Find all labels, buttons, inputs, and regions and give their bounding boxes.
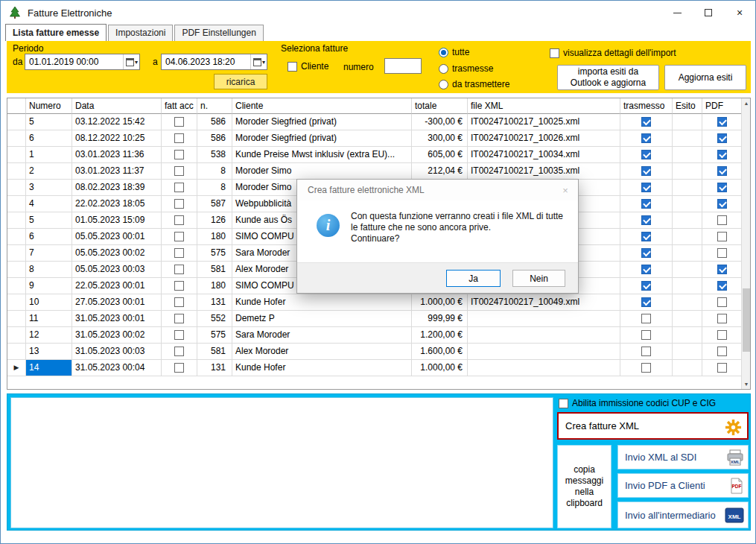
radio-tutte-row[interactable]: tutte [439,47,469,57]
cell-fatt-acc[interactable] [162,327,197,344]
col-header-totale[interactable]: totale [412,98,468,114]
cell-fatt-acc[interactable] [162,344,197,360]
cell-fatt-acc-checkbox[interactable] [174,199,184,209]
cell-pdf-checkbox[interactable] [717,117,727,127]
cell-pdf[interactable] [702,344,743,360]
cell-trasmesso[interactable] [620,212,673,229]
invio-intermediario-button[interactable]: Invio all'intermediario XML [617,502,749,528]
grid-row[interactable]: 1131.05.2023 00:01552Demetz P999,99 € [7,311,750,327]
col-header-numero[interactable]: Numero [26,98,72,114]
cell-trasmesso-checkbox[interactable] [641,347,651,356]
cell-fatt-acc-checkbox[interactable] [174,232,184,241]
grid-row[interactable]: 1331.05.2023 00:03581Alex Moroder1.600,0… [7,344,750,360]
invio-pdf-clienti-button[interactable]: Invio PDF a Clienti PDF [617,473,749,498]
cell-pdf[interactable] [702,245,743,262]
minimize-button[interactable] [661,1,693,25]
cell-trasmesso[interactable] [620,245,673,262]
cell-trasmesso[interactable] [620,130,673,147]
col-header-esito[interactable]: Esito [673,98,702,114]
cell-trasmesso[interactable] [620,294,673,311]
cell-fatt-acc[interactable] [162,229,197,245]
cell-fatt-acc[interactable] [162,311,197,327]
tab-lista-fatture-emesse[interactable]: Lista fatture emesse [5,24,107,41]
cell-trasmesso-checkbox[interactable] [641,297,651,307]
nein-button[interactable]: Nein [512,270,565,287]
cell-pdf[interactable] [702,147,743,163]
cell-fatt-acc[interactable] [162,294,197,311]
cell-fatt-acc-checkbox[interactable] [174,183,184,192]
cell-fatt-acc-checkbox[interactable] [174,363,184,373]
cell-trasmesso[interactable] [620,229,673,245]
cell-pdf-checkbox[interactable] [717,297,727,307]
date-from-field[interactable]: 01.01.2019 00:00 ▾ [25,54,140,70]
radio-tutte[interactable] [439,48,448,57]
ricarica-button[interactable]: ricarica [214,74,267,89]
scroll-up-icon[interactable]: ▲ [742,98,751,108]
cell-trasmesso-checkbox[interactable] [641,265,651,274]
grid-row[interactable]: ▶1431.05.2023 00:04131Kunde Hofer1.000,0… [7,360,750,376]
cell-trasmesso[interactable] [620,196,673,212]
cliente-checkbox[interactable] [288,62,297,72]
cell-trasmesso-checkbox[interactable] [641,248,651,258]
radio-trasmesse-row[interactable]: trasmesse [439,63,493,74]
grid-row[interactable]: 503.12.2022 15:42586Moroder Siegfried (p… [7,114,750,130]
cell-pdf[interactable] [702,311,743,327]
cell-pdf[interactable] [702,262,743,278]
cell-fatt-acc-checkbox[interactable] [174,117,184,127]
date-from-dropdown[interactable]: ▾ [123,54,138,69]
date-to-dropdown[interactable]: ▾ [250,54,265,69]
cliente-checkbox-row[interactable]: Cliente [288,61,328,72]
cell-fatt-acc[interactable] [162,245,197,262]
cell-trasmesso-checkbox[interactable] [641,363,651,373]
cell-pdf-checkbox[interactable] [717,166,727,176]
maximize-button[interactable] [693,1,724,25]
cell-trasmesso[interactable] [620,360,673,376]
cell-pdf-checkbox[interactable] [717,347,727,356]
cell-pdf[interactable] [702,278,743,294]
cell-pdf[interactable] [702,327,743,344]
cell-pdf[interactable] [702,114,743,130]
col-header-fatt-acc[interactable]: fatt acc [162,98,197,114]
cell-trasmesso-checkbox[interactable] [641,133,651,143]
cell-fatt-acc-checkbox[interactable] [174,166,184,176]
cell-fatt-acc-checkbox[interactable] [174,133,184,143]
cell-pdf[interactable] [702,360,743,376]
cell-trasmesso-checkbox[interactable] [641,314,651,323]
grid-row[interactable]: 1027.05.2023 00:01131Kunde Hofer1.000,00… [7,294,750,311]
cell-fatt-acc[interactable] [162,360,197,376]
cell-trasmesso[interactable] [620,344,673,360]
cell-pdf-checkbox[interactable] [717,215,727,225]
cell-trasmesso[interactable] [620,327,673,344]
cell-fatt-acc[interactable] [162,262,197,278]
cell-pdf-checkbox[interactable] [717,150,727,159]
cup-cig-checkbox[interactable] [559,399,568,408]
col-header-file-xml[interactable]: file XML [468,98,620,114]
cell-pdf[interactable] [702,163,743,180]
aggiorna-esiti-button[interactable]: Aggiorna esiti [664,65,746,90]
cell-pdf[interactable] [702,229,743,245]
cell-pdf-checkbox[interactable] [717,330,727,340]
grid-row[interactable]: 103.01.2023 11:36538Kunde Preise Mwst in… [7,147,750,163]
cell-trasmesso[interactable] [620,163,673,180]
grid-row[interactable]: 1231.05.2023 00:02575Sara Moroder1.200,0… [7,327,750,344]
cell-pdf[interactable] [702,130,743,147]
cell-pdf-checkbox[interactable] [717,232,727,241]
cell-fatt-acc-checkbox[interactable] [174,314,184,323]
tab-impostazioni[interactable]: Impostazioni [108,25,173,41]
copia-messaggi-button[interactable]: copia messaggi nella clipboard [557,445,612,528]
cell-fatt-acc[interactable] [162,130,197,147]
cell-trasmesso[interactable] [620,278,673,294]
grid-row[interactable]: 203.01.2023 11:378Moroder Simo212,04 €IT… [7,163,750,180]
cell-pdf-checkbox[interactable] [717,183,727,192]
cell-fatt-acc[interactable] [162,212,197,229]
cell-trasmesso-checkbox[interactable] [641,199,651,209]
radio-da-trasmettere-row[interactable]: da trasmettere [439,79,509,89]
ja-button[interactable]: Ja [446,270,501,287]
cell-fatt-acc-checkbox[interactable] [174,347,184,356]
crea-fatture-xml-button[interactable]: Crea fatture XML [557,412,749,440]
cell-trasmesso-checkbox[interactable] [641,330,651,340]
cell-trasmesso-checkbox[interactable] [641,166,651,176]
cell-pdf-checkbox[interactable] [717,281,727,291]
grid-row[interactable]: 608.12.2022 10:25586Moroder Siegfried (p… [7,130,750,147]
col-header-cliente[interactable]: Cliente [232,98,412,114]
